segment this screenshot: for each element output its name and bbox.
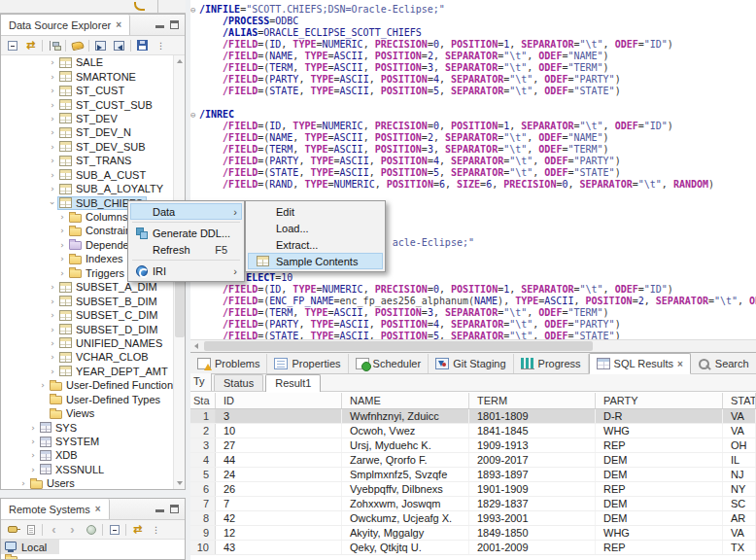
- filter-text-fragment[interactable]: Ty: [190, 373, 212, 391]
- tree-item-st-cust-sub[interactable]: ›ST_CUST_SUB: [1, 97, 185, 111]
- expand-expander-icon[interactable]: ›: [48, 309, 57, 321]
- tree-item-users[interactable]: ›Users: [1, 476, 185, 489]
- expand-expander-icon[interactable]: ›: [48, 351, 57, 363]
- tab-status[interactable]: Status: [214, 374, 263, 391]
- forward-button[interactable]: [63, 521, 82, 538]
- maximize-button[interactable]: [170, 20, 179, 29]
- table-row[interactable]: 524Smplmxnfz5, Svzqfe1893-1897DEMNJ: [190, 468, 756, 482]
- grid-corner-header[interactable]: Sta: [190, 393, 216, 408]
- refresh-button[interactable]: [21, 37, 40, 53]
- tree-item-year-dept-amt[interactable]: ›YEAR_DEPT_AMT: [1, 365, 185, 378]
- expand-expander-icon[interactable]: ›: [48, 85, 57, 96]
- expand-expander-icon[interactable]: ›: [48, 155, 57, 166]
- collapse-marker-icon[interactable]: ⊖: [190, 4, 199, 16]
- tree-item-st-trans[interactable]: ›ST_TRANS: [1, 154, 185, 167]
- tree-item-system[interactable]: ›SYSTEM: [1, 435, 185, 448]
- save-button[interactable]: [133, 37, 152, 53]
- menu-item-data[interactable]: Data›: [130, 203, 242, 220]
- expand-expander-icon[interactable]: ›: [57, 239, 67, 251]
- launch-button[interactable]: [82, 521, 100, 538]
- view-menu-button[interactable]: [152, 37, 170, 53]
- expand-expander-icon[interactable]: ›: [48, 99, 57, 111]
- maximize-button[interactable]: [170, 505, 179, 513]
- menu-item-generate-ddl[interactable]: Generate DDL...: [130, 225, 242, 241]
- tree-item-subset-b-dim[interactable]: ›SUBSET_B_DIM: [1, 294, 185, 307]
- tree-item-sys[interactable]: ›SYS: [1, 420, 185, 434]
- tree-item-st-dev-n[interactable]: ›ST_DEV_N: [1, 125, 185, 139]
- expand-expander-icon[interactable]: ›: [57, 211, 67, 223]
- expand-expander-icon[interactable]: ›: [48, 56, 57, 68]
- script-editor[interactable]: ⊖/INFILE="SCOTT.CHIEFS;DSN=Oracle-Eclips…: [190, 0, 756, 339]
- table-row[interactable]: 842Owckumz, Ucjeafg X.1993-2001DEMAR: [190, 511, 756, 526]
- menu-item-sample-contents[interactable]: Sample Contents: [248, 253, 383, 269]
- scrollbar-thumb[interactable]: [204, 341, 593, 351]
- tree-item-st-cust[interactable]: ›ST_CUST: [1, 84, 185, 97]
- scroll-up-icon[interactable]: [174, 55, 185, 67]
- rs-item-item[interactable]: [1, 554, 185, 559]
- rs-item-local[interactable]: Local: [1, 540, 59, 554]
- tree-item-unified-names[interactable]: ›UNIFIED_NAMES: [1, 336, 185, 350]
- tree-item-smartone[interactable]: ›SMARTONE: [1, 69, 185, 83]
- tree-item-subset-d-dim[interactable]: ›SUBSET_D_DIM: [1, 322, 185, 335]
- tree-item-vchar-clob[interactable]: ›VCHAR_CLOB: [1, 350, 185, 364]
- expand-expander-icon[interactable]: ›: [57, 225, 67, 236]
- collapse-all-button[interactable]: [3, 37, 21, 53]
- menu-item-load[interactable]: Load...: [248, 220, 383, 236]
- tree-item-user-defined-types[interactable]: User-Defined Types: [1, 393, 185, 406]
- tree-item-subset-a-dim[interactable]: ›SUBSET_A_DIM: [1, 280, 185, 294]
- tree-item-views[interactable]: Views: [1, 406, 185, 420]
- tab-result1[interactable]: Result1: [265, 374, 321, 392]
- table-row[interactable]: 626Vyebpqffv, Dilbnexs1901-1909REPNY: [190, 482, 756, 497]
- collapse-all-button[interactable]: [105, 521, 123, 538]
- tab-data-source-explorer[interactable]: Data Source Explorer ×: [1, 15, 130, 35]
- back-button[interactable]: [45, 521, 63, 538]
- column-header-term[interactable]: TERM: [469, 393, 596, 408]
- expand-expander-icon[interactable]: ›: [48, 366, 57, 377]
- new-file-button[interactable]: [21, 521, 40, 538]
- editor-hscrollbar[interactable]: [190, 339, 756, 352]
- export-button[interactable]: [110, 37, 128, 53]
- expand-expander-icon[interactable]: ›: [38, 379, 48, 391]
- close-icon[interactable]: ×: [116, 19, 121, 30]
- expand-expander-icon[interactable]: ›: [18, 477, 28, 489]
- expand-expander-icon[interactable]: ›: [48, 281, 57, 293]
- tab-scheduler[interactable]: Scheduler: [349, 354, 430, 373]
- collapse-expander-icon[interactable]: ›: [47, 198, 58, 208]
- table-row[interactable]: 210Ocwoh, Vwez1841-1845WHGVA: [190, 424, 756, 438]
- expand-expander-icon[interactable]: ›: [48, 71, 57, 83]
- expand-expander-icon[interactable]: ›: [57, 267, 67, 279]
- tab-problems[interactable]: Problems: [190, 354, 267, 373]
- tab-progress[interactable]: Progress: [514, 354, 589, 373]
- expand-expander-icon[interactable]: ›: [48, 169, 57, 181]
- tab-remote-systems[interactable]: Remote Systems ×: [1, 499, 110, 519]
- table-row[interactable]: 444Zarwe, Qrorfo F.2009-2017DEMIL: [190, 453, 756, 468]
- tree-item-subset-c-dim[interactable]: ›SUBSET_C_DIM: [1, 308, 185, 322]
- expand-expander-icon[interactable]: ›: [48, 126, 57, 138]
- table-row[interactable]: 1043Qeky, Qtkjtq U.2001-2009REPTX: [190, 541, 756, 555]
- expand-expander-icon[interactable]: ›: [28, 436, 38, 447]
- tab-git-staging[interactable]: Git Staging: [429, 354, 513, 373]
- minimize-button[interactable]: [155, 506, 164, 512]
- expand-expander-icon[interactable]: ›: [48, 141, 57, 153]
- tree-item-sub-a-loyalty[interactable]: ›SUB_A_LOYALTY: [1, 182, 185, 195]
- menu-item-refresh[interactable]: RefreshF5: [130, 241, 242, 258]
- table-row[interactable]: 13Wwfnhznyi, Zduicc1801-1809D-RVA: [190, 409, 756, 424]
- expand-expander-icon[interactable]: ›: [48, 113, 57, 124]
- expand-expander-icon[interactable]: ›: [57, 253, 67, 264]
- close-icon[interactable]: ×: [677, 359, 683, 369]
- table-row[interactable]: 912Akyity, Mggalgy1849-1850WHGVA: [190, 526, 756, 541]
- expand-expander-icon[interactable]: ›: [28, 449, 38, 461]
- menu-item-iri[interactable]: IRI›: [130, 262, 242, 279]
- close-icon[interactable]: ×: [95, 504, 101, 514]
- minimize-button[interactable]: [155, 21, 164, 28]
- column-header-name[interactable]: NAME: [342, 393, 469, 408]
- column-header-state[interactable]: STATE: [723, 393, 756, 408]
- import-button[interactable]: [91, 37, 110, 53]
- connect-button[interactable]: [68, 37, 86, 53]
- expand-expander-icon[interactable]: ›: [28, 422, 38, 434]
- tab-sql-results[interactable]: SQL Results×: [589, 353, 691, 374]
- collapse-marker-icon[interactable]: ⊖: [190, 109, 199, 121]
- expand-expander-icon[interactable]: ›: [28, 464, 38, 475]
- refresh-button[interactable]: [128, 521, 147, 538]
- tab-properties[interactable]: Properties: [267, 354, 348, 373]
